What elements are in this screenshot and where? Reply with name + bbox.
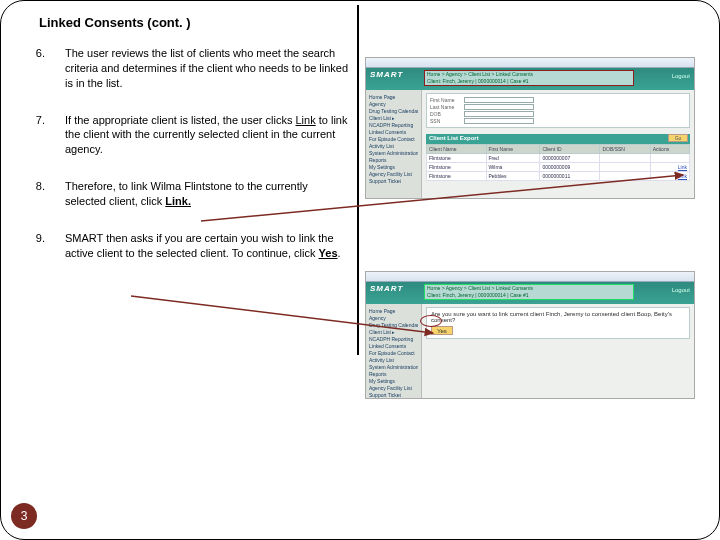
sidebar-item[interactable]: Activity List xyxy=(369,357,418,363)
sidebar: Home PageAgencyDrug Testing CalendarClie… xyxy=(366,90,422,198)
search-panel: First Name Last Name DOB SSN xyxy=(426,93,690,128)
sidebar: Home PageAgencyDrug Testing CalendarClie… xyxy=(366,304,422,398)
sidebar-item[interactable]: Agency xyxy=(369,315,418,321)
sidebar-item[interactable]: NCADPH Reporting xyxy=(369,122,418,128)
logout-link[interactable]: Logout xyxy=(672,287,690,293)
sidebar-item[interactable]: Reports xyxy=(369,157,418,163)
sidebar-item[interactable]: System Administration xyxy=(369,364,418,370)
instruction-column: 6. The user reviews the list of clients … xyxy=(21,46,351,282)
go-button[interactable]: Go xyxy=(668,134,688,142)
yes-callout-circle xyxy=(420,315,442,327)
page-title: Linked Consents (cont. ) xyxy=(39,15,699,30)
sidebar-item[interactable]: Agency xyxy=(369,101,418,107)
screenshot-confirm-link: SMART Home > Agency > Client List > Link… xyxy=(365,271,695,399)
table-row: FlintstoneFred0000000007 xyxy=(427,154,690,163)
sidebar-item[interactable]: Support Ticket xyxy=(369,178,418,184)
logout-link[interactable]: Logout xyxy=(672,73,690,79)
sidebar-item[interactable]: Linked Consents xyxy=(369,343,418,349)
table-row: FlintstonePebbles0000000011Link xyxy=(427,172,690,181)
step-number: 6. xyxy=(31,46,45,91)
sidebar-item[interactable]: System Administration xyxy=(369,150,418,156)
breadcrumb-callout: Home > Agency > Client List > Linked Con… xyxy=(424,70,634,86)
step-text: The user reviews the list of clients who… xyxy=(65,46,351,91)
step-text: SMART then asks if you are certain you w… xyxy=(65,231,351,261)
sidebar-item[interactable]: For Episode Contact xyxy=(369,136,418,142)
yes-button[interactable]: Yes xyxy=(431,326,453,335)
link-action[interactable]: Link xyxy=(650,163,689,172)
screenshot-client-list: SMART Home > Agency > Client List > Link… xyxy=(365,57,695,199)
table-row: FlintstoneWilma0000000009Link xyxy=(427,163,690,172)
client-list-table: Client NameFirst NameClient IDDOB/SSNAct… xyxy=(426,144,690,181)
yes-text: Yes xyxy=(319,247,338,259)
client-list-header: Client List Export xyxy=(426,134,690,144)
page-number-badge: 3 xyxy=(11,503,37,529)
step-7: 7. If the appropriate client is listed, … xyxy=(31,113,351,158)
confirm-prompt: Are you sure you want to link current cl… xyxy=(426,307,690,339)
sidebar-item[interactable]: Client List ▸ xyxy=(369,329,418,335)
sidebar-item[interactable]: Client List ▸ xyxy=(369,115,418,121)
sidebar-item[interactable]: My Settings xyxy=(369,378,418,384)
sidebar-item[interactable]: Home Page xyxy=(369,94,418,100)
sidebar-item[interactable]: Support Ticket xyxy=(369,392,418,398)
vertical-divider xyxy=(357,5,359,355)
sidebar-item[interactable]: Activity List xyxy=(369,143,418,149)
link-action[interactable]: Link xyxy=(650,172,689,181)
sidebar-item[interactable]: For Episode Contact xyxy=(369,350,418,356)
sidebar-item[interactable]: Agency Facility List xyxy=(369,171,418,177)
sidebar-item[interactable]: Drug Testing Calendar xyxy=(369,322,418,328)
ssn-input[interactable] xyxy=(464,118,534,124)
step-number: 8. xyxy=(31,179,45,209)
step-text: If the appropriate client is listed, the… xyxy=(65,113,351,158)
app-brand: SMART xyxy=(370,284,403,293)
sidebar-item[interactable]: Reports xyxy=(369,371,418,377)
breadcrumb: Home > Agency > Client List > Linked Con… xyxy=(424,284,634,300)
sidebar-item[interactable]: Linked Consents xyxy=(369,129,418,135)
step-number: 7. xyxy=(31,113,45,158)
step-8: 8. Therefore, to link Wilma Flintstone t… xyxy=(31,179,351,209)
first-name-input[interactable] xyxy=(464,97,534,103)
step-number: 9. xyxy=(31,231,45,261)
app-brand: SMART xyxy=(370,70,403,79)
sidebar-item[interactable]: Drug Testing Calendar xyxy=(369,108,418,114)
step-text: Therefore, to link Wilma Flintstone to t… xyxy=(65,179,351,209)
step-9: 9. SMART then asks if you are certain yo… xyxy=(31,231,351,261)
last-name-input[interactable] xyxy=(464,104,534,110)
step-6: 6. The user reviews the list of clients … xyxy=(31,46,351,91)
sidebar-item[interactable]: NCADPH Reporting xyxy=(369,336,418,342)
link-text: Link. xyxy=(165,195,191,207)
sidebar-item[interactable]: Home Page xyxy=(369,308,418,314)
link-text: Link xyxy=(296,114,316,126)
sidebar-item[interactable]: My Settings xyxy=(369,164,418,170)
sidebar-item[interactable]: Agency Facility List xyxy=(369,385,418,391)
dob-input[interactable] xyxy=(464,111,534,117)
